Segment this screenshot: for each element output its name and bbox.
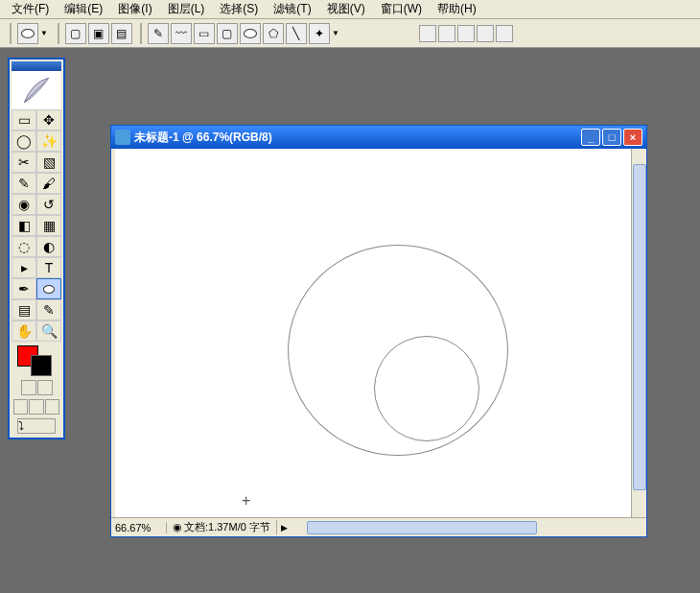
blur-tool[interactable]: ◌ — [12, 236, 36, 257]
zoom-tool[interactable]: 🔍 — [36, 320, 61, 342]
notes-tool[interactable]: ▤ — [12, 299, 36, 320]
menu-view[interactable]: 视图(V) — [319, 0, 373, 19]
document-window: 未标题-1 @ 66.7%(RGB/8) _ □ × + 66.67% ◉ 文档… — [110, 125, 647, 537]
svg-line-0 — [24, 83, 44, 103]
pen-tool[interactable]: ✒ — [12, 278, 36, 299]
polygon-shape-icon[interactable]: ⬠ — [263, 23, 284, 44]
toolbox-panel: ▭ ✥ ◯ ✨ ✂ ▧ ✎ 🖌 ◉ ↺ ◧ ▦ ◌ ◐ ▸ T ✒ ▤ ✎ ✋ … — [8, 58, 65, 439]
minimize-button[interactable]: _ — [581, 129, 600, 146]
standard-mode-button[interactable] — [21, 380, 36, 395]
maximize-button[interactable]: □ — [602, 129, 621, 146]
slice-tool[interactable]: ▧ — [36, 152, 61, 173]
shape-layer-mode[interactable]: ▢ — [65, 23, 86, 44]
document-icon — [115, 130, 130, 145]
combine-add-icon[interactable] — [419, 25, 436, 42]
history-brush-tool[interactable]: ↺ — [36, 194, 61, 215]
eyedropper-tool[interactable]: ✎ — [36, 299, 61, 320]
eraser-tool[interactable]: ◧ — [12, 215, 36, 236]
options-bar: ▼ ▢ ▣ ▤ ✎ 〰 ▭ ▢ ⬠ ╲ ✦ ▼ — [0, 19, 700, 48]
menu-help[interactable]: 帮助(H) — [430, 0, 484, 19]
document-titlebar[interactable]: 未标题-1 @ 66.7%(RGB/8) _ □ × — [111, 126, 646, 149]
background-color[interactable] — [31, 355, 52, 376]
ellipse-tool[interactable] — [36, 278, 61, 299]
dodge-tool[interactable]: ◐ — [36, 236, 61, 257]
combine-overlap-icon[interactable] — [496, 25, 513, 42]
gradient-tool[interactable]: ▦ — [36, 215, 61, 236]
document-title-text: 未标题-1 @ 66.7%(RGB/8) — [134, 130, 272, 146]
jump-to-row: ⤵ — [12, 416, 61, 436]
crop-tool[interactable]: ✂ — [12, 152, 36, 173]
path-mode[interactable]: ▣ — [88, 23, 109, 44]
type-tool[interactable]: T — [36, 257, 61, 278]
doc-info-icon: ◉ — [173, 521, 182, 534]
magic-wand-tool[interactable]: ✨ — [36, 130, 61, 152]
hand-tool[interactable]: ✋ — [12, 320, 36, 342]
screen-mode-full[interactable] — [45, 399, 59, 415]
quick-mask-row — [12, 378, 61, 397]
custom-shape-icon[interactable]: ✦ — [309, 23, 330, 44]
line-shape-icon[interactable]: ╲ — [286, 23, 307, 44]
horizontal-scrollbar-thumb[interactable] — [307, 521, 537, 534]
canvas[interactable]: + — [115, 149, 631, 517]
window-buttons: _ □ × — [581, 129, 642, 146]
screen-mode-full-menubar[interactable] — [29, 399, 43, 415]
vertical-scrollbar-thumb[interactable] — [633, 164, 646, 490]
healing-brush-tool[interactable]: ✎ — [12, 173, 36, 194]
jump-to-imageready-button[interactable]: ⤵ — [17, 418, 56, 434]
brush-tool[interactable]: 🖌 — [36, 173, 61, 194]
ellipse-icon — [21, 29, 35, 38]
combine-subtract-icon[interactable] — [438, 25, 455, 42]
menu-bar: 文件(F) 编辑(E) 图像(I) 图层(L) 选择(S) 滤镜(T) 视图(V… — [0, 0, 700, 19]
feather-icon — [20, 74, 53, 107]
lasso-tool[interactable]: ◯ — [12, 130, 36, 152]
status-bar: 66.67% ◉ 文档:1.37M/0 字节 ▶ — [111, 517, 646, 536]
drawn-ellipse-small — [374, 336, 479, 441]
screen-mode-row — [12, 397, 61, 416]
status-menu-arrow[interactable]: ▶ — [277, 523, 292, 533]
toolbox-titlebar[interactable] — [12, 61, 61, 71]
menu-filter[interactable]: 滤镜(T) — [266, 0, 318, 19]
ellipse-shape-icon[interactable] — [240, 23, 261, 44]
document-info[interactable]: ◉ 文档:1.37M/0 字节 — [167, 520, 277, 534]
clone-stamp-tool[interactable]: ◉ — [12, 194, 36, 215]
move-tool[interactable]: ✥ — [36, 109, 61, 130]
menu-file[interactable]: 文件(F) — [4, 0, 57, 19]
path-selection-tool[interactable]: ▸ — [12, 257, 36, 278]
color-swatches — [12, 342, 61, 378]
screen-mode-standard[interactable] — [13, 399, 28, 415]
rounded-rect-icon[interactable]: ▢ — [217, 23, 238, 44]
tool-grid: ▭ ✥ ◯ ✨ ✂ ▧ ✎ 🖌 ◉ ↺ ◧ ▦ ◌ ◐ ▸ T ✒ ▤ ✎ ✋ … — [12, 109, 61, 342]
menu-edit[interactable]: 编辑(E) — [57, 0, 110, 19]
horizontal-scrollbar[interactable] — [292, 520, 646, 535]
crosshair-cursor-icon: + — [242, 492, 250, 510]
vertical-scrollbar[interactable] — [631, 149, 646, 517]
tool-preset-dropdown[interactable]: ▼ — [40, 29, 48, 37]
grip-handle[interactable] — [10, 23, 12, 44]
current-tool-preset[interactable] — [17, 23, 38, 44]
toolbox-logo — [12, 71, 61, 109]
combine-exclude-icon[interactable] — [477, 25, 494, 42]
rectangular-marquee-tool[interactable]: ▭ — [12, 109, 36, 130]
menu-layer[interactable]: 图层(L) — [160, 0, 213, 19]
menu-image[interactable]: 图像(I) — [110, 0, 159, 19]
rect-shape-icon[interactable]: ▭ — [194, 23, 215, 44]
close-button[interactable]: × — [623, 129, 642, 146]
separator — [140, 23, 142, 44]
combine-intersect-icon[interactable] — [457, 25, 475, 42]
fill-pixels-mode[interactable]: ▤ — [111, 23, 132, 44]
menu-select[interactable]: 选择(S) — [212, 0, 266, 19]
quick-mask-mode-button[interactable] — [37, 380, 53, 395]
separator — [58, 23, 59, 44]
freeform-pen-icon[interactable]: 〰 — [171, 23, 192, 44]
path-combine-modes — [418, 25, 514, 42]
zoom-level[interactable]: 66.67% — [111, 522, 167, 534]
doc-size-text: 文档:1.37M/0 字节 — [184, 520, 270, 534]
menu-window[interactable]: 窗口(W) — [373, 0, 430, 19]
pen-shape-icon[interactable]: ✎ — [148, 23, 169, 44]
shape-options-dropdown[interactable]: ▼ — [332, 29, 339, 37]
